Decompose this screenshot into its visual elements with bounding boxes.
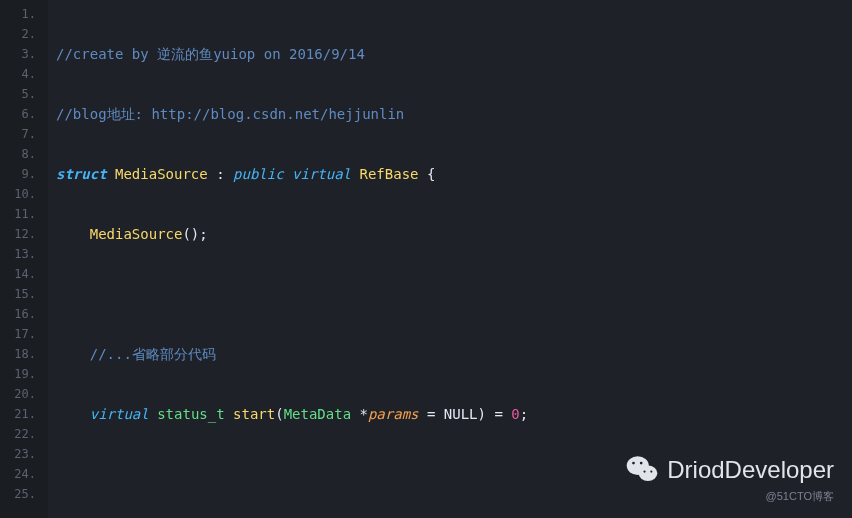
text: ; — [520, 406, 528, 422]
code-line: //create by 逆流的鱼yuiop on 2016/9/14 — [56, 44, 852, 64]
line-number: 7. — [0, 124, 48, 144]
code-line: struct MediaSource : public virtual RefB… — [56, 164, 852, 184]
param: params — [368, 406, 419, 422]
typename: MetaData — [284, 406, 351, 422]
svg-point-1 — [639, 466, 658, 481]
line-number: 2. — [0, 24, 48, 44]
code-line: //...省略部分代码 — [56, 344, 852, 364]
code-area[interactable]: //create by 逆流的鱼yuiop on 2016/9/14 //blo… — [48, 0, 852, 518]
line-number: 3. — [0, 44, 48, 64]
comment: //blog地址: http://blog.csdn.net/hejjunlin — [56, 106, 404, 122]
line-number: 24. — [0, 464, 48, 484]
watermark-label: DriodDeveloper — [667, 460, 834, 480]
typename: MediaSource — [90, 226, 183, 242]
line-number: 25. — [0, 484, 48, 504]
line-number: 5. — [0, 84, 48, 104]
text: : — [208, 166, 233, 182]
code-line: MediaSource(); — [56, 224, 852, 244]
text — [107, 166, 115, 182]
constant: NULL — [444, 406, 478, 422]
text — [351, 166, 359, 182]
sub-watermark: @51CTO博客 — [766, 486, 834, 506]
line-number: 19. — [0, 364, 48, 384]
keyword: virtual — [292, 166, 351, 182]
line-number: 22. — [0, 424, 48, 444]
comment: //...省略部分代码 — [90, 346, 216, 362]
line-number: 4. — [0, 64, 48, 84]
code-line: //blog地址: http://blog.csdn.net/hejjunlin — [56, 104, 852, 124]
line-number: 6. — [0, 104, 48, 124]
line-number: 21. — [0, 404, 48, 424]
typename: MediaSource — [115, 166, 208, 182]
line-number: 16. — [0, 304, 48, 324]
line-number: 15. — [0, 284, 48, 304]
line-number: 20. — [0, 384, 48, 404]
line-number: 13. — [0, 244, 48, 264]
text: * — [351, 406, 368, 422]
svg-point-5 — [650, 470, 652, 472]
code-line: virtual status_t start(MetaData *params … — [56, 404, 852, 424]
comment: //create by 逆流的鱼yuiop on 2016/9/14 — [56, 46, 365, 62]
svg-point-2 — [632, 462, 635, 465]
keyword: virtual — [90, 406, 149, 422]
line-number: 23. — [0, 444, 48, 464]
line-number: 8. — [0, 144, 48, 164]
text — [149, 406, 157, 422]
keyword: public — [233, 166, 284, 182]
line-number: 17. — [0, 324, 48, 344]
text: { — [419, 166, 436, 182]
typename: RefBase — [360, 166, 419, 182]
line-number: 18. — [0, 344, 48, 364]
text: ) = — [478, 406, 512, 422]
svg-point-3 — [640, 462, 643, 465]
line-number: 12. — [0, 224, 48, 244]
line-number: 11. — [0, 204, 48, 224]
text: ( — [275, 406, 283, 422]
text: (); — [182, 226, 207, 242]
text — [225, 406, 233, 422]
svg-point-4 — [644, 470, 646, 472]
watermark: DriodDeveloper — [625, 452, 834, 488]
code-line — [56, 284, 852, 304]
line-gutter: 1.2.3.4.5.6.7.8.9.10.11.12.13.14.15.16.1… — [0, 0, 48, 518]
code-editor: 1.2.3.4.5.6.7.8.9.10.11.12.13.14.15.16.1… — [0, 0, 852, 518]
line-number: 14. — [0, 264, 48, 284]
line-number: 1. — [0, 4, 48, 24]
typename: status_t — [157, 406, 224, 422]
funcname: start — [233, 406, 275, 422]
keyword: struct — [56, 166, 107, 182]
line-number: 10. — [0, 184, 48, 204]
line-number: 9. — [0, 164, 48, 184]
text: = — [419, 406, 444, 422]
text — [284, 166, 292, 182]
wechat-icon — [625, 452, 659, 488]
number: 0 — [511, 406, 519, 422]
